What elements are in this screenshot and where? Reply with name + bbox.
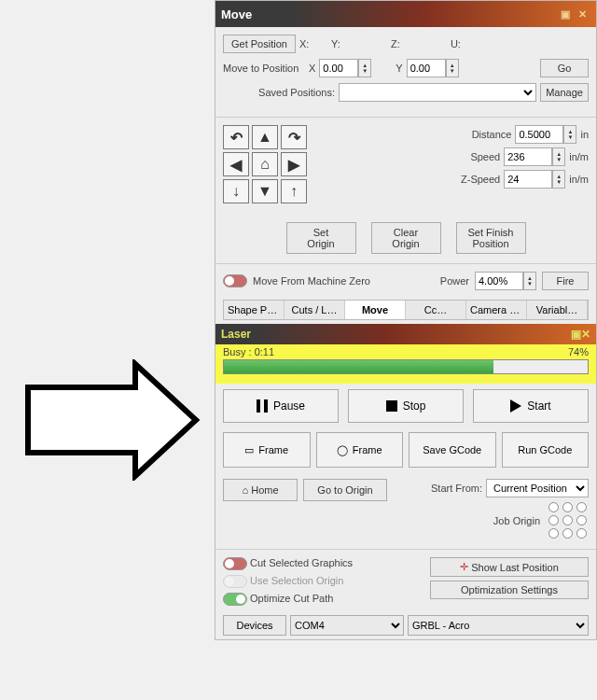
frame-circle-icon: ◯	[337, 444, 348, 456]
jog-rotate-ccw[interactable]: ↶	[223, 125, 249, 149]
set-origin-button[interactable]: Set Origin	[286, 222, 356, 254]
jog-section: ↶ ▲ ↷ ◀ ⌂ ▶ ↓ ▼ ↑ Distance ▲▼ in Speed ▲…	[215, 117, 596, 209]
speed-label: Speed	[470, 151, 500, 162]
stop-button[interactable]: Stop	[348, 389, 464, 423]
laser-dock-icon[interactable]: ▣	[571, 328, 581, 341]
devices-button[interactable]: Devices	[223, 615, 286, 636]
power-spinner[interactable]: ▲▼	[523, 272, 536, 290]
frame-rect-icon: ▭	[244, 444, 254, 456]
controller-dropdown[interactable]: GRBL - Acro	[408, 615, 589, 636]
go-button[interactable]: Go	[540, 59, 589, 77]
start-button[interactable]: Start	[473, 389, 589, 423]
progress-bar	[223, 359, 589, 374]
get-position-button[interactable]: Get Position	[223, 35, 296, 53]
y-readout-label: Y:	[331, 38, 387, 49]
u-readout-label: U:	[451, 38, 461, 49]
distance-spinner[interactable]: ▲▼	[563, 125, 576, 144]
distance-input[interactable]	[515, 125, 563, 144]
fire-button[interactable]: Fire	[542, 272, 589, 290]
x-readout-label: X:	[299, 38, 327, 49]
jog-z-down[interactable]: ↓	[223, 179, 249, 203]
z-readout-label: Z:	[391, 38, 447, 49]
tab-camera-control[interactable]: Camera C…	[466, 301, 527, 319]
saved-positions-label: Saved Positions:	[223, 87, 335, 98]
frame-grid: ▭Frame ◯Frame Save GCode Run GCode	[215, 428, 596, 471]
y-input-label: Y	[396, 63, 402, 74]
tab-variable-text[interactable]: Variabl…	[527, 301, 588, 319]
home-button[interactable]: ⌂ Home	[223, 479, 298, 501]
jog-down[interactable]: ▼	[252, 179, 278, 203]
use-selection-origin-label: Use Selection Origin	[250, 575, 343, 586]
move-from-zero-label: Move From Machine Zero	[253, 275, 370, 287]
busy-label: Busy :	[223, 346, 252, 357]
move-to-position-label: Move to Position	[223, 63, 305, 74]
use-selection-origin-toggle	[223, 575, 247, 588]
cut-selected-label: Cut Selected Graphics	[250, 557, 353, 568]
jog-home[interactable]: ⌂	[252, 152, 278, 176]
speed-unit: in/m	[569, 151, 589, 162]
jog-right[interactable]: ▶	[281, 152, 307, 176]
optimize-cut-path-toggle[interactable]	[223, 593, 247, 606]
jog-left[interactable]: ◀	[223, 152, 249, 176]
laser-titlebar: Laser ▣ ✕	[215, 324, 596, 344]
tab-cc[interactable]: Cc…	[406, 301, 466, 319]
dock-icon[interactable]: ▣	[557, 6, 574, 22]
go-to-origin-button[interactable]: Go to Origin	[303, 479, 387, 501]
job-origin-grid[interactable]	[548, 501, 589, 539]
set-finish-button[interactable]: Set Finish Position	[456, 222, 526, 254]
saved-positions-dropdown[interactable]	[339, 83, 536, 102]
play-icon	[510, 399, 521, 413]
progress-highlight: Busy : 0:11 74%	[215, 344, 596, 384]
tab-cuts-layers[interactable]: Cuts / L…	[285, 301, 345, 319]
optimization-settings-button[interactable]: Optimization Settings	[430, 581, 589, 599]
jog-up[interactable]: ▲	[252, 125, 278, 149]
zspeed-unit: in/m	[569, 174, 589, 185]
progress-fill	[224, 360, 493, 373]
frame-rect-button[interactable]: ▭Frame	[223, 432, 311, 468]
x-spinner[interactable]: ▲▼	[358, 59, 371, 77]
power-input[interactable]	[475, 272, 523, 290]
port-dropdown[interactable]: COM4	[290, 615, 404, 636]
pause-button[interactable]: Pause	[223, 389, 339, 423]
manage-button[interactable]: Manage	[540, 83, 589, 102]
job-origin-label: Job Origin	[493, 515, 540, 526]
zspeed-input[interactable]	[504, 170, 552, 189]
y-input[interactable]	[407, 59, 446, 77]
origin-start-row: ⌂ Home Go to Origin Start From: Current …	[215, 471, 596, 545]
run-gcode-button[interactable]: Run GCode	[502, 432, 590, 468]
laser-title: Laser	[221, 328, 251, 341]
distance-label: Distance	[472, 129, 512, 140]
power-label: Power	[440, 275, 469, 287]
save-gcode-button[interactable]: Save GCode	[409, 432, 496, 468]
tab-move[interactable]: Move	[345, 301, 406, 319]
y-spinner[interactable]: ▲▼	[446, 59, 459, 77]
start-from-label: Start From:	[431, 483, 482, 494]
speed-input[interactable]	[504, 147, 552, 166]
cut-selected-toggle[interactable]	[223, 557, 247, 570]
options-section: Cut Selected Graphics Use Selection Orig…	[215, 549, 596, 611]
show-last-position-button[interactable]: ✛ Show Last Position	[430, 557, 589, 577]
busy-time: 0:11	[255, 346, 274, 357]
clear-origin-button[interactable]: Clear Origin	[371, 222, 441, 254]
zspeed-spinner[interactable]: ▲▼	[552, 170, 565, 189]
frame-circle-button[interactable]: ◯Frame	[316, 432, 404, 468]
jog-z-up[interactable]: ↑	[281, 179, 307, 203]
optimize-cut-path-label: Optimize Cut Path	[250, 593, 333, 604]
tab-shape-properties[interactable]: Shape Prop…	[224, 301, 285, 319]
laser-close-icon[interactable]: ✕	[581, 328, 590, 341]
pause-icon	[257, 399, 268, 413]
position-section: Get Position X: Y: Z: U: Move to Positio…	[215, 27, 596, 113]
x-input[interactable]	[319, 59, 358, 77]
jog-rotate-cw[interactable]: ↷	[281, 125, 307, 149]
origin-buttons: Set Origin Clear Origin Set Finish Posit…	[215, 209, 596, 259]
start-from-dropdown[interactable]: Current Position	[486, 479, 589, 497]
close-icon[interactable]: ✕	[574, 6, 590, 22]
app-window: Move ▣ ✕ Get Position X: Y: Z: U: Move t…	[215, 0, 597, 640]
crosshair-icon: ✛	[460, 561, 468, 573]
distance-unit: in	[580, 129, 589, 140]
callout-arrow	[23, 359, 201, 481]
speed-spinner[interactable]: ▲▼	[552, 147, 565, 166]
move-from-zero-toggle[interactable]	[223, 274, 247, 287]
stop-icon	[386, 400, 397, 412]
home-icon: ⌂	[242, 484, 248, 496]
